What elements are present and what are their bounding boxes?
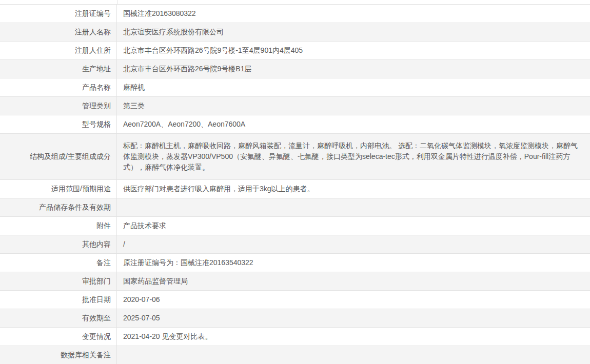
row-label: 附件 — [0, 217, 117, 235]
row-label: 产品名称 — [0, 78, 117, 96]
row-value — [117, 204, 590, 211]
row-value: Aeon7200A、Aeon7200、Aeon7600A — [117, 115, 590, 133]
row-label: 数据库相关备注 — [0, 346, 117, 364]
table-row: 注册证编号 国械注准20163080322 — [0, 5, 590, 23]
row-value: 国械注准20163080322 — [117, 5, 590, 23]
table-row: 注册人住所 北京市丰台区外环西路26号院9号楼-1至4层901内4层405 — [0, 42, 590, 60]
row-value: 北京市丰台区外环西路26号院9号楼-1至4层901内4层405 — [117, 42, 590, 59]
row-label: 注册人住所 — [0, 42, 117, 59]
row-value: 2021-04-20 见变更对比表。 — [117, 328, 590, 346]
registration-detail-page: 注册证编号 国械注准20163080322 注册人名称 北京谊安医疗系统股份有限… — [0, 0, 590, 364]
table-row: 审批部门 国家药品监督管理局 — [0, 272, 590, 291]
table-row: 生产地址 北京市丰台区外环西路26号院9号楼B1层 — [0, 60, 590, 78]
table-row: 型号规格 Aeon7200A、Aeon7200、Aeon7600A — [0, 115, 590, 134]
row-label: 备注 — [0, 254, 117, 272]
table-row: 变更情况 2021-04-20 见变更对比表。 — [0, 328, 590, 346]
row-value — [117, 352, 590, 359]
row-value: 2025-07-05 — [117, 309, 590, 327]
row-value: 北京市丰台区外环西路26号院9号楼B1层 — [117, 60, 590, 78]
row-label: 适用范围/预期用途 — [0, 180, 117, 198]
row-value: / — [117, 235, 590, 253]
row-value: 国家药品监督管理局 — [117, 272, 590, 290]
table-row: 附件 产品技术要求 — [0, 217, 590, 235]
row-label: 型号规格 — [0, 115, 117, 133]
row-value: 供医疗部门对患者进行吸入麻醉用，适用于3kg以上的患者。 — [117, 180, 590, 198]
column-divider — [117, 0, 117, 4]
row-label: 结构及组成/主要组成成分 — [0, 134, 117, 179]
row-value: 第三类 — [117, 97, 590, 115]
row-label: 注册证编号 — [0, 5, 117, 23]
table-row-structure-composition: 结构及组成/主要组成成分 标配：麻醉机主机，麻醉吸收回路，麻醉风箱装配，流量计，… — [0, 134, 590, 180]
row-label: 其他内容 — [0, 235, 117, 253]
table-row: 产品储存条件及有效期 — [0, 198, 590, 217]
row-value: 标配：麻醉机主机，麻醉吸收回路，麻醉风箱装配，流量计，麻醉呼吸机，内部电池。 选… — [117, 134, 590, 179]
table-row: 有效期至 2025-07-05 — [0, 309, 590, 328]
row-label: 审批部门 — [0, 272, 117, 290]
table-row: 数据库相关备注 — [0, 346, 590, 364]
registration-detail-table: 注册证编号 国械注准20163080322 注册人名称 北京谊安医疗系统股份有限… — [0, 4, 590, 364]
table-row: 管理类别 第三类 — [0, 97, 590, 115]
row-label: 管理类别 — [0, 97, 117, 115]
row-label: 批准日期 — [0, 291, 117, 309]
table-row: 其他内容 / — [0, 235, 590, 254]
row-label: 变更情况 — [0, 328, 117, 346]
row-value: 北京谊安医疗系统股份有限公司 — [117, 23, 590, 41]
row-label: 生产地址 — [0, 60, 117, 78]
row-label: 有效期至 — [0, 309, 117, 327]
row-label: 产品储存条件及有效期 — [0, 198, 117, 216]
row-label: 注册人名称 — [0, 23, 117, 41]
table-row: 适用范围/预期用途 供医疗部门对患者进行吸入麻醉用，适用于3kg以上的患者。 — [0, 180, 590, 198]
row-value: 麻醉机 — [117, 78, 590, 96]
table-row: 产品名称 麻醉机 — [0, 78, 590, 97]
row-value: 产品技术要求 — [117, 217, 590, 235]
table-top-margin — [0, 0, 590, 4]
row-value: 2020-07-06 — [117, 291, 590, 309]
row-value: 原注册证编号为：国械注准20163540322 — [117, 254, 590, 272]
table-row: 备注 原注册证编号为：国械注准20163540322 — [0, 254, 590, 272]
table-row: 批准日期 2020-07-06 — [0, 291, 590, 309]
table-row: 注册人名称 北京谊安医疗系统股份有限公司 — [0, 23, 590, 42]
